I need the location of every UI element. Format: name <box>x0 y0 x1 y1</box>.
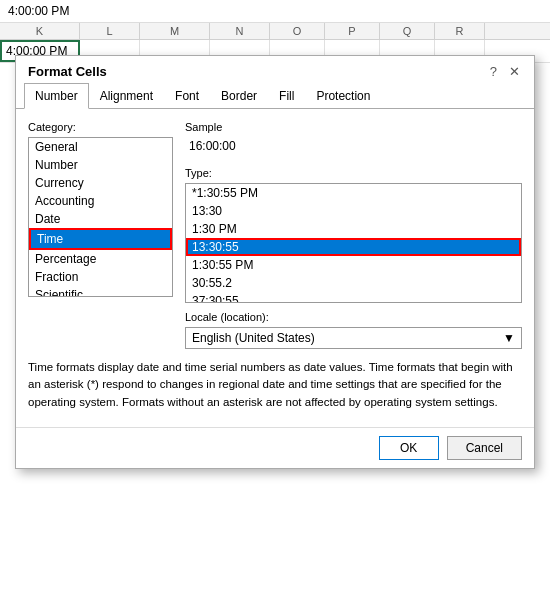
col-header-l: L <box>80 23 140 39</box>
category-item-number[interactable]: Number <box>29 156 172 174</box>
category-item-scientific[interactable]: Scientific <box>29 286 172 297</box>
type-list-item[interactable]: 37:30:55 <box>186 292 521 303</box>
format-cells-dialog: Format Cells ? ✕ Number Alignment Font B… <box>15 55 535 469</box>
dialog-content: Category: GeneralNumberCurrencyAccountin… <box>28 121 522 349</box>
category-item-date[interactable]: Date <box>29 210 172 228</box>
type-list-item[interactable]: 30:55.2 <box>186 274 521 292</box>
sample-section: Sample 16:00:00 <box>185 121 522 157</box>
tab-border[interactable]: Border <box>210 83 268 109</box>
spreadsheet-title-bar: 4:00:00 PM <box>0 0 550 23</box>
type-list-item[interactable]: 1:30:55 PM <box>186 256 521 274</box>
sample-value: 16:00:00 <box>185 137 522 157</box>
dialog-body: Category: GeneralNumberCurrencyAccountin… <box>16 109 534 423</box>
col-header-r: R <box>435 23 485 39</box>
description-section: Time formats display date and time seria… <box>28 359 522 411</box>
category-item-fraction[interactable]: Fraction <box>29 268 172 286</box>
tab-protection[interactable]: Protection <box>305 83 381 109</box>
type-list-item[interactable]: 1:30 PM <box>186 220 521 238</box>
category-label: Category: <box>28 121 173 133</box>
col-header-q: Q <box>380 23 435 39</box>
locale-label: Locale (location): <box>185 311 522 323</box>
col-header-k: K <box>0 23 80 39</box>
tab-font[interactable]: Font <box>164 83 210 109</box>
tab-alignment[interactable]: Alignment <box>89 83 164 109</box>
sample-label: Sample <box>185 121 522 133</box>
category-item-time[interactable]: Time <box>29 228 172 250</box>
right-section: Sample 16:00:00 Type: *1:30:55 PM13:301:… <box>185 121 522 349</box>
category-item-percentage[interactable]: Percentage <box>29 250 172 268</box>
type-label: Type: <box>185 167 522 179</box>
category-list[interactable]: GeneralNumberCurrencyAccountingDateTimeP… <box>28 137 173 297</box>
chevron-down-icon: ▼ <box>503 331 515 345</box>
dialog-titlebar: Format Cells ? ✕ <box>16 56 534 83</box>
type-list-item[interactable]: *1:30:55 PM <box>186 184 521 202</box>
locale-select[interactable]: English (United States) ▼ <box>185 327 522 349</box>
col-header-p: P <box>325 23 380 39</box>
dialog-controls: ? ✕ <box>488 64 522 79</box>
category-item-currency[interactable]: Currency <box>29 174 172 192</box>
dialog-close-button[interactable]: ✕ <box>507 64 522 79</box>
locale-section: Locale (location): English (United State… <box>185 311 522 349</box>
category-item-general[interactable]: General <box>29 138 172 156</box>
tab-fill[interactable]: Fill <box>268 83 305 109</box>
cancel-button[interactable]: Cancel <box>447 436 522 460</box>
dialog-help-button[interactable]: ? <box>488 64 499 79</box>
dialog-footer: OK Cancel <box>16 427 534 468</box>
col-header-m: M <box>140 23 210 39</box>
tabs-bar: Number Alignment Font Border Fill Protec… <box>16 83 534 109</box>
type-list-item[interactable]: 13:30 <box>186 202 521 220</box>
ok-button[interactable]: OK <box>379 436 439 460</box>
tab-number[interactable]: Number <box>24 83 89 109</box>
category-section: Category: GeneralNumberCurrencyAccountin… <box>28 121 173 349</box>
dialog-title: Format Cells <box>28 64 107 79</box>
col-header-n: N <box>210 23 270 39</box>
col-header-o: O <box>270 23 325 39</box>
category-item-accounting[interactable]: Accounting <box>29 192 172 210</box>
spreadsheet-column-headers: K L M N O P Q R <box>0 23 550 40</box>
type-list-item[interactable]: 13:30:55 <box>186 238 521 256</box>
type-list-container[interactable]: *1:30:55 PM13:301:30 PM13:30:551:30:55 P… <box>185 183 522 303</box>
